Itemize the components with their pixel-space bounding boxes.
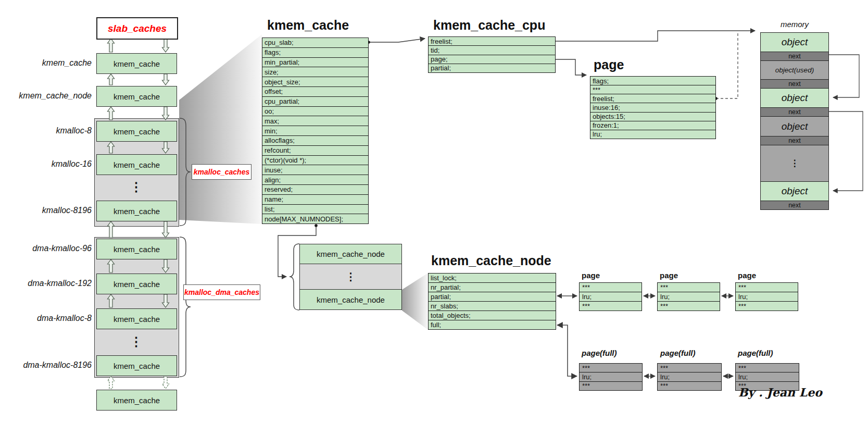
slub-allocator-diagram: slab_caches kmem_cache kmem_cache kmem_c… <box>0 0 868 447</box>
dma-kmalloc-ellipsis: ⋮ <box>96 334 176 350</box>
list-prev-arrow <box>108 74 115 85</box>
page-struct: flags;***freelist;inuse:16;objects:15;fr… <box>590 76 716 139</box>
page-field-row: *** <box>658 364 721 372</box>
kmem-cache-node-group: kmem_cache_node ⋮ kmem_cache_node <box>299 244 402 310</box>
memory-cell: object <box>761 116 828 136</box>
struct-field-row: frozen:1; <box>590 121 715 130</box>
memory-cell: next <box>761 52 828 60</box>
partial-page-2: ***lru;*** <box>657 282 720 311</box>
list-prev-arrow <box>108 107 115 120</box>
row-label-kmalloc-16: kmalloc-16 <box>3 158 92 170</box>
chain-box-label: kmem_cache <box>114 127 160 136</box>
list-next-arrow <box>162 294 169 307</box>
connector-page-freelist-dashed <box>716 31 738 98</box>
chain-box-dma-kmalloc-96: kmem_cache <box>96 239 177 259</box>
row-label-kmalloc-8: kmalloc-8 <box>3 125 92 136</box>
kmalloc-ellipsis: ⋮ <box>96 179 176 195</box>
struct-field-row: min_partial; <box>262 57 368 67</box>
zoom-fan-kmem-cache <box>179 34 262 224</box>
chain-box-dma-kmalloc-8196: kmem_cache <box>96 355 177 376</box>
list-prev-arrow <box>108 376 115 389</box>
struct-field-row: nr_partial; <box>429 282 556 292</box>
struct-field-row: tid; <box>429 45 555 54</box>
struct-field-row: cpu_partial; <box>262 96 368 106</box>
struct-field-row: min; <box>262 126 368 135</box>
chain-box-dma-kmalloc-192: kmem_cache <box>96 274 177 294</box>
zoom-fan-kmem-cache-node <box>402 273 428 330</box>
struct-field-row: reserved; <box>262 184 368 194</box>
struct-field-row: cpu_slab; <box>262 38 368 47</box>
page-label-3: page <box>738 271 756 280</box>
page-field-row: *** <box>580 283 641 292</box>
chain-box-label: kmem_cache <box>114 362 160 370</box>
chain-box-label: kmem_cache <box>114 396 160 405</box>
page-full-label-1: page(full) <box>582 349 617 357</box>
page-full-label-2: page(full) <box>660 349 696 357</box>
node-group-ellipsis: ⋮ <box>300 264 401 290</box>
dot-node-array <box>315 224 318 227</box>
page-field-row: lru; <box>580 292 641 301</box>
kmalloc-dma-caches-tag: kmalloc_dma_caches <box>183 284 260 300</box>
struct-field-row: freelist; <box>429 37 555 45</box>
struct-field-row: lru; <box>590 130 715 139</box>
struct-field-row: refcount; <box>262 145 368 155</box>
list-prev-arrow <box>108 294 115 307</box>
memory-cell: object(used) <box>761 60 828 79</box>
chain-box-kmem-cache-node: kmem_cache <box>96 86 177 107</box>
list-prev-arrow <box>108 39 115 52</box>
struct-field-row: size; <box>262 67 368 77</box>
list-next-arrow <box>162 39 169 52</box>
connector-full-to-pagefull1 <box>557 325 577 376</box>
chain-box-kmalloc-8196: kmem_cache <box>96 201 177 221</box>
chain-box-label: kmem_cache <box>114 315 160 324</box>
brace-node-array <box>290 244 299 310</box>
memory-label: memory <box>760 20 829 29</box>
page-field-row: lru; <box>736 292 798 301</box>
chain-box-dma-kmalloc-8: kmem_cache <box>96 308 177 329</box>
author-signature: By . Jean Leo <box>738 386 822 399</box>
row-label-dma-kmalloc-96: dma-kmalloc-96 <box>3 243 92 254</box>
struct-field-row: offset; <box>262 86 368 96</box>
struct-field-row: full; <box>429 320 556 329</box>
list-prev-arrow <box>108 259 115 272</box>
chain-box-label: kmem_cache <box>114 207 160 216</box>
full-page-1: ***lru;*** <box>579 363 643 391</box>
row-label-dma-kmalloc-8196: dma-kmalloc-8196 <box>3 359 92 371</box>
list-next-arrow <box>162 107 169 120</box>
kmem-cache-cpu-struct-title: kmem_cache_cpu <box>433 18 545 33</box>
chain-box-kmalloc-16: kmem_cache <box>96 154 177 175</box>
struct-field-row: objects:15; <box>590 112 715 121</box>
memory-cell: object <box>761 33 828 52</box>
struct-field-row: list_lock; <box>429 274 556 282</box>
connector-next-to-object-1 <box>829 55 859 97</box>
list-next-arrow <box>162 221 169 238</box>
struct-field-row: freelist; <box>590 94 715 103</box>
struct-field-row: oo; <box>262 106 368 116</box>
connector-freelist-to-memory <box>553 31 755 41</box>
chain-box-label: kmem_cache <box>114 160 160 169</box>
struct-field-row: total_objects; <box>429 311 556 320</box>
kmem-cache-cpu-struct: freelist;tid;page;partial; <box>428 36 556 73</box>
page-field-row: *** <box>658 301 720 311</box>
struct-field-row: (*ctor)(void *); <box>262 155 368 165</box>
chain-box-label: kmem_cache <box>114 280 160 289</box>
partial-page-3: ***lru;*** <box>735 282 798 311</box>
struct-field-row: inuse:16; <box>590 103 715 111</box>
page-field-row: *** <box>580 381 642 390</box>
chain-box-label: kmem_cache <box>114 59 160 68</box>
struct-field-row: list; <box>262 204 368 214</box>
page-field-row: lru; <box>658 372 721 381</box>
struct-field-row: max; <box>262 116 368 126</box>
kmalloc-caches-tag: kmalloc_caches <box>192 164 251 180</box>
struct-field-row: partial; <box>429 292 556 301</box>
memory-cell: next <box>761 79 828 88</box>
memory-column: objectnextobject(used)nextobjectnextobje… <box>760 32 829 210</box>
struct-field-row: nr_slabs; <box>429 301 556 311</box>
kmem-cache-struct: cpu_slab;flags;min_partial;size;object_s… <box>262 38 369 224</box>
struct-field-row: flags; <box>262 47 368 57</box>
struct-field-row: *** <box>590 85 715 94</box>
chain-box-tail: kmem_cache <box>96 390 177 411</box>
page-field-row: *** <box>658 283 720 292</box>
struct-field-row: partial; <box>429 64 555 72</box>
page-label-1: page <box>582 271 600 280</box>
